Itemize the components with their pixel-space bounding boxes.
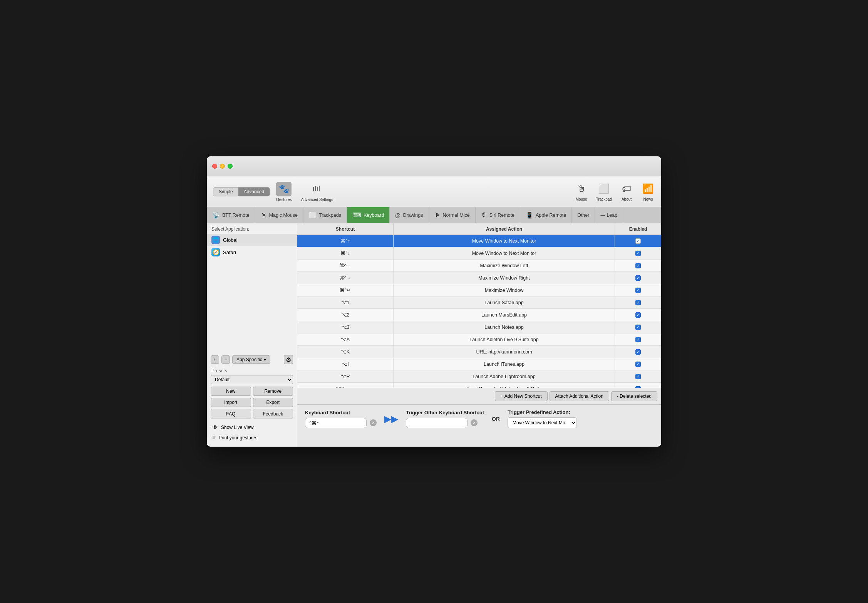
table-row[interactable]: ⌥A Launch Ableton Live 9 Suite.app [297, 333, 661, 346]
faq-button[interactable]: FAQ [211, 409, 251, 419]
enabled-checkbox[interactable] [635, 337, 641, 342]
table-row[interactable]: ⌘^↓ Move Window to Next Monitor [297, 247, 661, 260]
maximize-button[interactable] [228, 164, 233, 169]
app-specific-dropdown[interactable]: App Specific ▾ [232, 355, 270, 364]
feedback-button[interactable]: Feedback [253, 409, 293, 419]
table-row[interactable]: ⌘^→ Maximize Window Right [297, 272, 661, 284]
or-divider: OR [492, 416, 500, 422]
table-row[interactable]: ⌘^← Maximize Window Left [297, 260, 661, 272]
mouse-button[interactable]: 🖱 Mouse [575, 182, 588, 201]
svg-rect-3 [319, 186, 320, 191]
shortcut-cell: ⌥Space [297, 383, 394, 388]
gear-button[interactable]: ⚙ [284, 355, 293, 364]
enabled-checkbox[interactable] [635, 275, 641, 281]
tab-trackpads[interactable]: ⬜ Trackpads [303, 207, 347, 223]
shortcut-cell: ⌥1 [297, 296, 394, 308]
add-shortcut-button[interactable]: + Add New Shortcut [495, 391, 547, 401]
enabled-checkbox[interactable] [635, 238, 641, 244]
table-row[interactable]: ⌘^↑ Move Window to Next Monitor [297, 235, 661, 247]
tab-drawings[interactable]: ◎ Drawings [390, 207, 429, 223]
action-cell: Maximize Window Right [394, 272, 615, 284]
trigger-other-input[interactable] [406, 418, 468, 428]
tab-btt-remote[interactable]: 📡 BTT Remote [207, 207, 255, 223]
tab-drawings-label: Drawings [403, 213, 423, 218]
print-gestures-button[interactable]: ≡ Print your gestures [211, 432, 293, 443]
shortcut-input-row: ✕ [305, 418, 377, 428]
close-button[interactable] [212, 164, 217, 169]
enabled-checkbox[interactable] [635, 251, 641, 256]
tab-siri-remote[interactable]: 🎙 Siri Remote [476, 207, 520, 223]
app-item-safari[interactable]: 🧭 Safari [207, 246, 297, 258]
enabled-checkbox[interactable] [635, 288, 641, 293]
enabled-cell[interactable] [615, 321, 661, 333]
tab-leap[interactable]: — Leap [595, 207, 623, 223]
clear-shortcut-button[interactable]: ✕ [370, 419, 377, 426]
remove-preset-button[interactable]: Remove [253, 387, 293, 396]
table-row[interactable]: ⌥I Launch iTunes.app [297, 358, 661, 370]
tabs-bar: 📡 BTT Remote 🖱 Magic Mouse ⬜ Trackpads ⌨… [207, 207, 661, 223]
enabled-checkbox[interactable] [635, 300, 641, 305]
enabled-cell[interactable] [615, 358, 661, 370]
tab-apple-remote[interactable]: 📱 Apple Remote [520, 207, 572, 223]
simple-mode-button[interactable]: Simple [213, 188, 238, 196]
import-button[interactable]: Import [211, 398, 251, 407]
tab-other[interactable]: Other [572, 207, 595, 223]
presets-select[interactable]: Default [211, 375, 293, 384]
enabled-cell[interactable] [615, 235, 661, 247]
enabled-cell[interactable] [615, 247, 661, 259]
gestures-button[interactable]: 🐾 Gestures [276, 182, 292, 202]
advanced-settings-label: Advanced Settings [301, 198, 333, 202]
show-live-view-button[interactable]: 👁 Show Live View [211, 422, 293, 432]
tab-magic-mouse[interactable]: 🖱 Magic Mouse [255, 207, 303, 223]
trackpad-button[interactable]: ⬜ Trackpad [596, 182, 612, 201]
titlebar [207, 156, 661, 176]
tab-normal-mice[interactable]: 🖱 Normal Mice [429, 207, 476, 223]
enabled-cell[interactable] [615, 346, 661, 358]
enabled-cell[interactable] [615, 296, 661, 308]
siri-remote-icon: 🎙 [481, 212, 487, 219]
delete-selected-button[interactable]: - Delete selected [611, 391, 657, 401]
clear-trigger-button[interactable]: ✕ [471, 419, 478, 426]
app-item-global[interactable]: 🌐 Global [207, 234, 297, 246]
table-row[interactable]: ⌥R Launch Adobe Lightroom.app [297, 370, 661, 383]
enabled-checkbox[interactable] [635, 374, 641, 379]
tab-leap-label: — Leap [600, 213, 617, 218]
table-row[interactable]: ⌥K URL: http://kannnonn.com [297, 346, 661, 358]
wifi-icon: 📶 [641, 182, 655, 196]
enabled-cell[interactable] [615, 370, 661, 382]
news-button[interactable]: 📶 News [641, 182, 655, 201]
tab-keyboard[interactable]: ⌨ Keyboard [347, 207, 390, 223]
advanced-settings-button[interactable]: Advanced Settings [301, 182, 333, 202]
enabled-checkbox[interactable] [635, 325, 641, 330]
export-button[interactable]: Export [253, 398, 293, 407]
enabled-cell[interactable] [615, 309, 661, 321]
action-cell: Move Window to Next Monitor [394, 247, 615, 259]
print-gestures-label: Print your gestures [219, 435, 258, 441]
attach-action-button[interactable]: Attach Additional Action [550, 391, 609, 401]
table-row[interactable]: ⌥Space Send Space to Ableton Live 9 Suit… [297, 383, 661, 388]
keyboard-shortcut-section: Keyboard Shortcut ✕ [305, 410, 377, 428]
enabled-cell[interactable] [615, 383, 661, 388]
table-row[interactable]: ⌥2 Launch MarsEdit.app [297, 309, 661, 321]
add-app-button[interactable]: + [211, 355, 219, 364]
table-row[interactable]: ⌥3 Launch Notes.app [297, 321, 661, 333]
enabled-cell[interactable] [615, 284, 661, 296]
about-button[interactable]: 🏷 About [620, 182, 633, 201]
table-row[interactable]: ⌘^↵ Maximize Window [297, 284, 661, 296]
minimize-button[interactable] [220, 164, 225, 169]
enabled-cell[interactable] [615, 260, 661, 271]
remove-app-button[interactable]: − [221, 355, 230, 364]
advanced-mode-button[interactable]: Advanced [238, 188, 270, 196]
enabled-cell[interactable] [615, 272, 661, 284]
table-row[interactable]: ⌥1 Launch Safari.app [297, 296, 661, 309]
trigger-predefined-select[interactable]: Move Window to Next Mo [508, 417, 577, 428]
enabled-checkbox[interactable] [635, 312, 641, 318]
enabled-cell[interactable] [615, 333, 661, 345]
enabled-checkbox[interactable] [635, 349, 641, 355]
keyboard-shortcut-input[interactable] [305, 418, 367, 428]
traffic-lights [212, 164, 233, 169]
enabled-checkbox[interactable] [635, 263, 641, 268]
new-preset-button[interactable]: New [211, 387, 251, 396]
enabled-checkbox[interactable] [635, 362, 641, 367]
action-cell: Launch Notes.app [394, 321, 615, 333]
